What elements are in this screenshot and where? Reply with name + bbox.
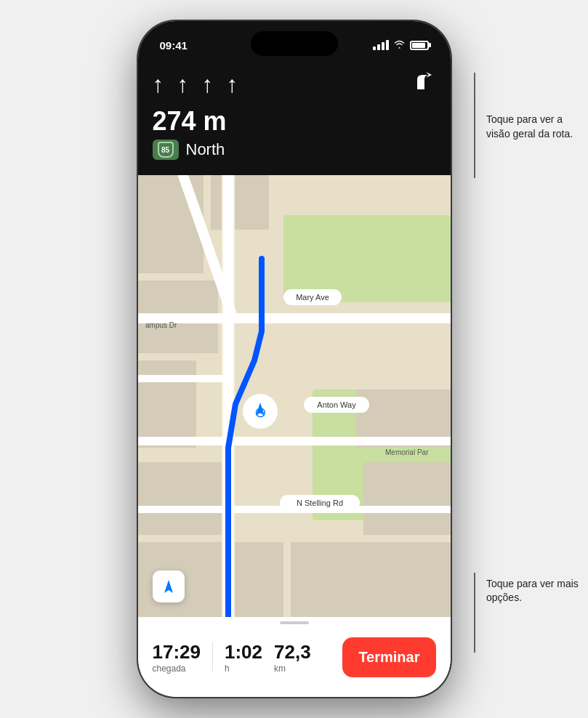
bracket-top (474, 73, 475, 178)
route-name: North (186, 140, 225, 159)
svg-rect-3 (138, 175, 204, 273)
signal-bar-3 (382, 42, 384, 50)
bottom-bar: 17:29 chegada 1:02 h 72,3 km Terminar (138, 617, 451, 697)
screen: 09:41 (138, 21, 451, 697)
divider-1 (212, 642, 213, 671)
nav-header[interactable]: ↑ ↑ ↑ ↑ 274 m 85 (138, 59, 451, 175)
svg-rect-18 (138, 375, 225, 382)
turn-right-arrow (410, 69, 436, 99)
svg-text:ampus Dr: ampus Dr (145, 321, 177, 329)
eta-time: 17:29 (153, 641, 201, 663)
svg-text:N Stelling Rd: N Stelling Rd (296, 499, 342, 507)
map-svg: Mary Ave Anton Way N Stelling Rd ampus D… (138, 175, 451, 617)
duration-unit: h (225, 663, 230, 674)
callout-top: Toque para ver a visão geral da rota. (486, 113, 581, 141)
duration-info: 1:02 h (225, 641, 262, 674)
svg-rect-15 (138, 437, 451, 445)
dynamic-island (251, 31, 338, 56)
duration-value: 1:02 (225, 641, 262, 663)
my-location-button[interactable] (153, 570, 185, 602)
callout-top-text: Toque para ver a visão geral da rota. (486, 113, 573, 140)
location-icon (161, 578, 177, 594)
eta-label: chegada (153, 663, 186, 674)
eta-info: 17:29 chegada (153, 641, 201, 674)
status-icons (373, 39, 429, 51)
battery-fill (412, 43, 425, 48)
svg-rect-6 (138, 360, 196, 448)
route-badge-row: 85 North (153, 140, 436, 160)
bracket-bottom (474, 573, 475, 653)
svg-text:Memorial Par: Memorial Par (385, 448, 429, 456)
map-area[interactable]: Mary Ave Anton Way N Stelling Rd ampus D… (138, 175, 451, 617)
svg-rect-7 (138, 462, 233, 535)
wifi-icon (393, 39, 406, 51)
signal-bar-1 (373, 47, 376, 50)
direction-arrows: ↑ ↑ ↑ ↑ (153, 69, 436, 99)
arrow-up-3: ↑ (202, 73, 214, 96)
status-time: 09:41 (160, 39, 188, 52)
scene: Toque para ver a visão geral da rota. To… (0, 0, 588, 718)
signal-bars (373, 40, 389, 50)
arrow-up-2: ↑ (177, 73, 189, 96)
svg-rect-11 (363, 462, 451, 535)
route-number: 85 (161, 146, 169, 154)
distance-info: 72,3 km (274, 641, 311, 674)
svg-text:Anton Way: Anton Way (317, 400, 356, 409)
arrow-up-4: ↑ (227, 73, 238, 96)
phone-frame: 09:41 (138, 21, 451, 697)
svg-rect-9 (291, 542, 451, 617)
battery-icon (410, 41, 429, 50)
badge-shield: 85 (158, 142, 174, 158)
end-navigation-button[interactable]: Terminar (342, 637, 435, 677)
svg-rect-4 (211, 175, 269, 230)
callout-bottom: Toque para ver mais opções. (486, 577, 581, 605)
svg-text:Mary Ave: Mary Ave (296, 293, 329, 302)
distance-text: 274 m (153, 106, 227, 137)
drag-handle (280, 621, 309, 624)
trip-distance-unit: km (274, 663, 286, 674)
signal-bar-2 (377, 44, 380, 50)
svg-marker-30 (164, 580, 173, 593)
signal-bar-4 (386, 40, 389, 50)
arrow-up-1: ↑ (153, 73, 164, 96)
distance-row: 274 m (153, 106, 436, 137)
trip-distance-value: 72,3 (274, 641, 311, 663)
route-badge: 85 (153, 140, 179, 160)
svg-rect-14 (138, 313, 451, 323)
callout-bottom-text: Toque para ver mais opções. (486, 578, 579, 604)
